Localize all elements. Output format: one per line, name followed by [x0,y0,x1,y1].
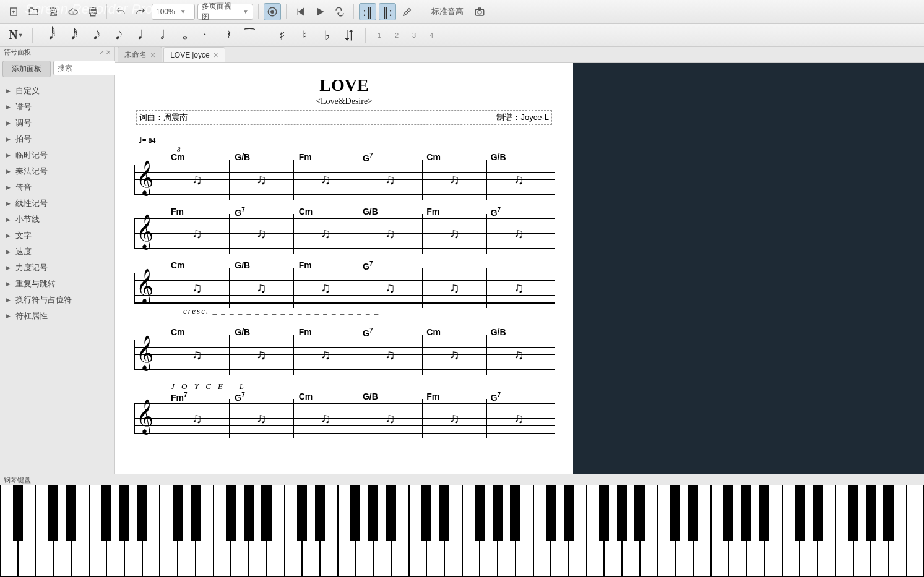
measure[interactable] [229,268,293,308]
palette-item[interactable]: ▶倚音 [0,179,114,195]
white-key[interactable] [907,485,924,577]
palette-item[interactable]: ▶力度记号 [0,260,114,276]
black-key[interactable] [759,485,769,541]
measure[interactable] [293,214,358,254]
black-key[interactable] [634,485,644,541]
view-mode-combo[interactable]: 多页面视图▼ [197,4,253,20]
staff-system[interactable]: J O Y C E - LFm7G7CmG/BFmG7𝄞 [134,382,555,435]
black-key[interactable] [688,485,698,541]
measure[interactable] [165,335,229,375]
palette-item[interactable]: ▶符杠属性 [0,308,114,324]
score-viewport[interactable]: LOVE <Love&Desire> 词曲：周震南 制谱：Joyce-L ♩= … [115,63,573,474]
rest-button[interactable]: 𝄽 [218,27,236,44]
flip-button[interactable]: ⮃ [340,27,358,44]
measure[interactable] [358,268,422,308]
measure[interactable] [486,268,551,308]
staff-system[interactable]: ♩= 848CmG/BFmG7CmG/B𝄞 [134,136,555,195]
add-palette-button[interactable]: 添加面板 [2,61,51,77]
measure[interactable] [229,335,293,375]
measure[interactable] [165,160,229,200]
black-key[interactable] [546,485,556,541]
black-key[interactable] [191,485,201,541]
measure[interactable] [229,160,293,200]
black-key[interactable] [350,485,360,541]
loop-button[interactable] [331,3,348,20]
black-key[interactable] [173,485,183,541]
black-key[interactable] [297,485,307,541]
measure[interactable] [229,399,293,438]
zoom-combo[interactable]: 100%▼ [152,4,195,20]
measure[interactable] [358,399,422,438]
staff[interactable]: 𝄞 [134,218,555,249]
black-key[interactable] [741,485,751,541]
black-key[interactable] [866,485,876,541]
measure[interactable] [358,335,422,375]
repeat-start-button[interactable]: :‖ [359,3,376,20]
voice-3-button[interactable]: 3 [408,29,420,41]
palette-item[interactable]: ▶文字 [0,228,114,244]
measure[interactable] [165,268,229,308]
voice-4-button[interactable]: 4 [425,29,438,41]
staff-system[interactable]: CmG/BFmG7𝄞cresc. _ _ _ _ _ _ _ _ _ _ _ _… [134,260,555,316]
document-tab[interactable]: LOVE joyce× [163,47,225,62]
print-button[interactable] [84,3,101,20]
half-note-button[interactable]: 𝅗𝅥 [152,27,169,44]
black-key[interactable] [261,485,271,541]
quarter-note-button[interactable]: 𝅘𝅥 [129,27,147,44]
play-button[interactable] [311,3,329,20]
black-key[interactable] [137,485,147,541]
measure[interactable] [358,160,422,200]
new-file-button[interactable] [5,3,22,20]
note-input-button[interactable]: N▼ [7,27,25,44]
staff-system[interactable]: FmG7CmG/BFmG7𝄞 [134,207,555,250]
black-key[interactable] [315,485,325,541]
black-key[interactable] [795,485,805,541]
measure[interactable] [229,214,293,254]
black-key[interactable] [13,485,23,541]
measure[interactable] [486,160,551,200]
staff-system[interactable]: CmG/BFmG7CmG/B𝄞 [134,327,555,370]
measure[interactable] [486,399,551,438]
palette-item[interactable]: ▶调号 [0,115,114,131]
measure[interactable] [293,399,358,438]
black-key[interactable] [723,485,733,541]
black-key[interactable] [439,485,449,541]
black-key[interactable] [813,485,823,541]
staff[interactable]: 𝄞 [134,273,555,304]
8th-note-button[interactable]: 𝅘𝅥𝅮 [107,27,124,44]
black-key[interactable] [510,485,520,541]
black-key[interactable] [386,485,395,541]
measure[interactable] [422,160,486,200]
black-key[interactable] [475,485,485,541]
palette-item[interactable]: ▶自定义 [0,83,114,99]
black-key[interactable] [599,485,609,541]
staff[interactable]: 𝄞 [134,340,555,370]
panel-controls[interactable]: ↗ ✕ [99,49,111,56]
tab-close-button[interactable]: × [150,50,155,60]
voice-2-button[interactable]: 2 [391,29,403,41]
staff[interactable]: 𝄞 [134,165,555,195]
palette-item[interactable]: ▶小节线 [0,212,114,228]
black-key[interactable] [883,485,893,541]
score-credits[interactable]: 词曲：周震南 制谱：Joyce-L [136,110,552,125]
palette-item[interactable]: ▶拍号 [0,131,114,147]
measure[interactable] [422,214,486,254]
black-key[interactable] [617,485,627,541]
palette-item[interactable]: ▶线性记号 [0,195,114,212]
redo-button[interactable] [132,3,149,20]
natural-button[interactable]: ♮ [296,27,313,44]
document-tab[interactable]: 未命名× [118,46,162,62]
sharp-button[interactable]: ♯ [274,27,291,44]
staff[interactable]: 𝄞 [134,403,555,434]
measure[interactable] [293,268,358,308]
black-key[interactable] [493,485,503,541]
palette-item[interactable]: ▶奏法记号 [0,163,114,179]
black-key[interactable] [48,485,58,541]
palette-item[interactable]: ▶速度 [0,244,114,260]
measure[interactable] [422,335,486,375]
flat-button[interactable]: ♭ [318,27,335,44]
palette-item[interactable]: ▶换行符与占位符 [0,292,114,308]
measure[interactable] [165,214,229,254]
black-key[interactable] [564,485,574,541]
whole-note-button[interactable]: 𝅝 [174,27,191,44]
